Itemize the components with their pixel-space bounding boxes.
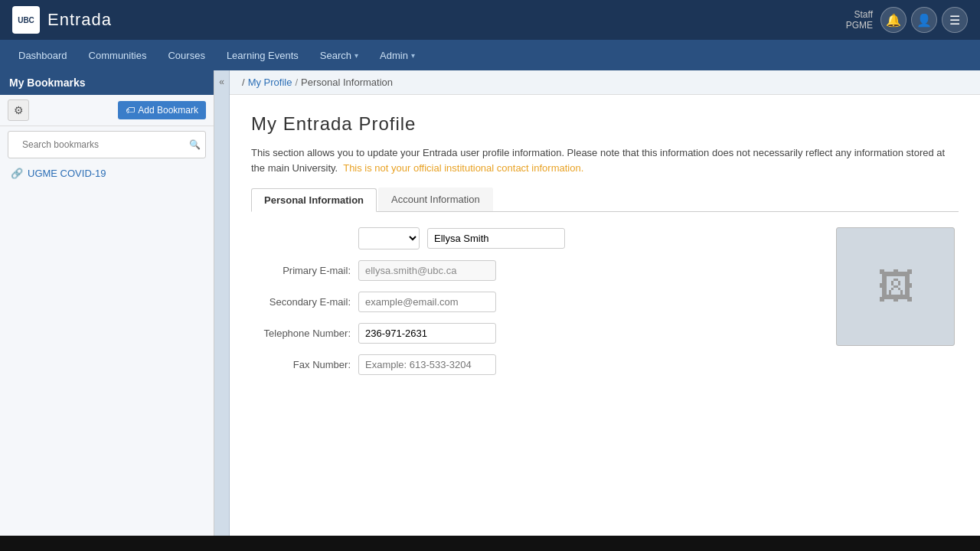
name-row: Dr. Mr. Ms. Mrs. Prof. [251, 227, 813, 249]
primary-email-input[interactable] [358, 260, 496, 281]
search-bookmarks-input[interactable] [16, 136, 177, 153]
name-prefix-select[interactable]: Dr. Mr. Ms. Mrs. Prof. [358, 227, 420, 249]
user-button[interactable]: 👤 [911, 7, 937, 33]
tab-personal-information[interactable]: Personal Information [251, 188, 377, 212]
fax-label: Fax Number: [251, 359, 351, 370]
brand-right: Staff PGME 🔔 👤 ☰ [846, 7, 968, 33]
brand-left: UBC Entrada [12, 6, 112, 34]
bookmark-flag-icon: 🏷 [126, 105, 135, 116]
photo-placeholder[interactable]: 🖼 [836, 227, 955, 346]
profile-description-highlight: This is not your official institutional … [343, 162, 583, 174]
sidebar-toolbar: ⚙ 🏷 Add Bookmark [0, 95, 214, 126]
bottom-bar [0, 536, 980, 551]
nav-communities[interactable]: Communities [80, 45, 156, 66]
sidebar-header: My Bookmarks [0, 70, 214, 95]
nav-dashboard[interactable]: Dashboard [9, 45, 77, 66]
content-area: / My Profile / Personal Information My E… [230, 70, 980, 536]
breadcrumb-sep: / [242, 77, 245, 88]
gear-button[interactable]: ⚙ [8, 99, 29, 121]
primary-email-row: Primary E-mail: [251, 260, 813, 281]
secondary-email-input[interactable] [358, 292, 496, 312]
app-title: Entrada [47, 10, 112, 30]
notifications-button[interactable]: 🔔 [880, 7, 906, 33]
nav-bar: Dashboard Communities Courses Learning E… [0, 40, 980, 70]
telephone-row: Telephone Number: [251, 323, 813, 344]
search-bookmarks-icon: 🔍 [185, 136, 205, 153]
link-icon: 🔗 [11, 168, 23, 179]
profile-tabs: Personal Information Account Information [251, 187, 959, 212]
tab-account-information[interactable]: Account Information [378, 187, 493, 211]
profile-form-section: Dr. Mr. Ms. Mrs. Prof. Primary E-mail: [251, 227, 959, 386]
breadcrumb-sep2: / [295, 77, 298, 88]
nav-admin[interactable]: Admin ▾ [371, 45, 424, 66]
menu-button[interactable]: ☰ [942, 7, 968, 33]
fax-input[interactable] [358, 354, 496, 375]
gear-icon: ⚙ [14, 104, 24, 116]
sidebar: My Bookmarks ⚙ 🏷 Add Bookmark 🔍 🔗 UGME C… [0, 70, 214, 536]
nav-courses[interactable]: Courses [158, 45, 214, 66]
nav-search[interactable]: Search ▾ [311, 45, 368, 66]
nav-learning-events[interactable]: Learning Events [217, 45, 308, 66]
telephone-label: Telephone Number: [251, 328, 351, 339]
brand-bar: UBC Entrada Staff PGME 🔔 👤 ☰ [0, 0, 980, 40]
ubc-logo: UBC [12, 6, 40, 34]
breadcrumb: / My Profile / Personal Information [230, 70, 980, 95]
add-bookmark-button[interactable]: 🏷 Add Bookmark [118, 101, 206, 119]
breadcrumb-my-profile[interactable]: My Profile [248, 77, 292, 88]
staff-label: Staff PGME [846, 9, 873, 31]
profile-content: My Entrada Profile This section allows y… [230, 95, 980, 404]
telephone-input[interactable] [358, 323, 496, 344]
fax-row: Fax Number: [251, 354, 813, 375]
secondary-email-label: Secondary E-mail: [251, 296, 351, 308]
bookmark-item-ugme[interactable]: 🔗 UGME COVID-19 [0, 163, 214, 184]
primary-email-label: Primary E-mail: [251, 265, 351, 276]
page-title: My Entrada Profile [251, 113, 959, 135]
search-dropdown-arrow: ▾ [354, 51, 358, 60]
photo-icon: 🖼 [877, 266, 914, 308]
main-layout: My Bookmarks ⚙ 🏷 Add Bookmark 🔍 🔗 UGME C… [0, 70, 980, 536]
admin-dropdown-arrow: ▾ [411, 51, 415, 60]
photo-area: 🖼 [836, 227, 959, 386]
collapse-icon: « [219, 77, 224, 87]
secondary-email-row: Secondary E-mail: [251, 292, 813, 312]
search-bookmarks-container: 🔍 [8, 131, 206, 158]
name-input[interactable] [427, 228, 565, 249]
form-fields: Dr. Mr. Ms. Mrs. Prof. Primary E-mail: [251, 227, 813, 386]
sidebar-collapse-bar[interactable]: « [214, 70, 230, 536]
profile-description: This section allows you to update your E… [251, 145, 959, 175]
breadcrumb-current: Personal Information [301, 77, 393, 88]
